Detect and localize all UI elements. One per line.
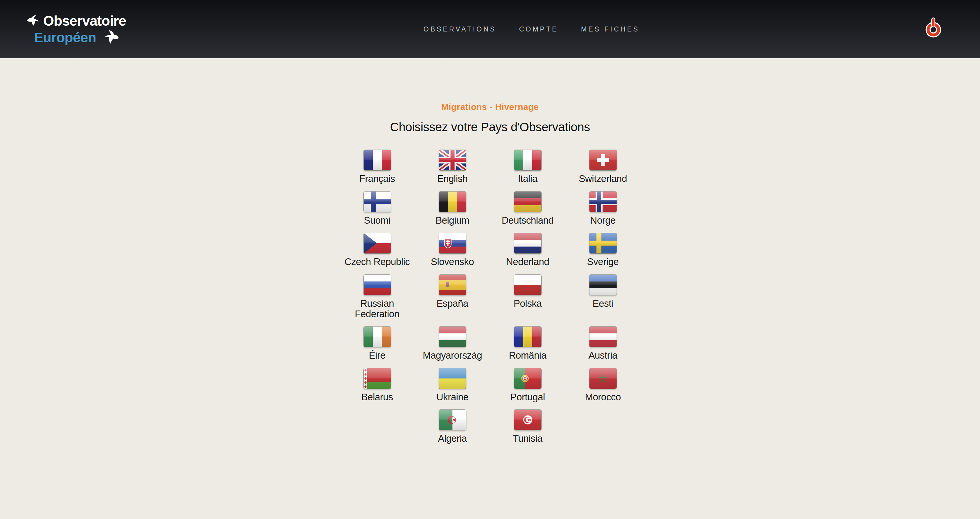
empty-cell: [339, 409, 415, 444]
flag-ma-icon: [589, 368, 617, 389]
country-label: Russian Federation: [340, 298, 414, 319]
country-item-gb[interactable]: English: [415, 150, 490, 184]
country-item-dz[interactable]: Algeria: [415, 409, 490, 444]
page-subtitle: Choisissez votre Pays d'Observations: [0, 120, 980, 134]
country-label: Magyarország: [423, 350, 482, 361]
header: Observatoire Européen OBSERVATIONS COMPT…: [0, 0, 980, 58]
country-item-ua[interactable]: Ukraine: [415, 368, 490, 402]
country-label: Deutschland: [502, 215, 554, 226]
flag-pt-icon: [514, 368, 541, 389]
country-label: Français: [360, 173, 395, 184]
country-label: España: [437, 298, 468, 309]
logo-text-line1: Observatoire: [43, 13, 126, 29]
country-item-pt[interactable]: Portugal: [490, 368, 565, 402]
main-nav: OBSERVATIONS COMPTE MES FICHES: [423, 0, 640, 58]
country-label: România: [509, 350, 547, 361]
country-item-pl[interactable]: Polska: [490, 275, 565, 319]
country-label: Slovensko: [431, 257, 474, 267]
country-label: Nederland: [506, 257, 549, 267]
country-item-de[interactable]: Deutschland: [490, 192, 565, 226]
flag-no-icon: [589, 192, 617, 212]
country-label: Austria: [588, 350, 617, 361]
country-label: Czech Republic: [344, 257, 410, 267]
country-label: Morocco: [585, 392, 620, 402]
nav-compte[interactable]: COMPTE: [519, 25, 558, 33]
country-item-cz[interactable]: Czech Republic: [339, 233, 415, 267]
country-item-hu[interactable]: Magyarország: [415, 327, 490, 361]
country-item-ch[interactable]: Switzerland: [565, 150, 641, 184]
flag-fr-icon: [364, 150, 391, 170]
country-item-be[interactable]: Belgium: [415, 192, 490, 226]
flag-nl-icon: [514, 233, 541, 253]
page-title: Migrations - Hivernage: [0, 102, 980, 112]
country-item-ee[interactable]: Eesti: [565, 275, 641, 319]
country-label: Algeria: [438, 433, 467, 444]
country-label: Belgium: [436, 215, 469, 226]
country-item-sk[interactable]: Slovensko: [415, 233, 490, 267]
flag-ee-icon: [589, 275, 617, 295]
flag-sk-icon: [439, 233, 466, 253]
flag-cz-icon: [364, 233, 391, 253]
bird-icon: [26, 15, 40, 27]
flag-by-icon: [364, 368, 391, 389]
country-label: Portugal: [511, 392, 545, 402]
country-item-es[interactable]: España: [415, 275, 490, 319]
flag-it-icon: [514, 150, 541, 170]
country-label: Tunisia: [513, 433, 542, 444]
country-label: Eesti: [593, 298, 613, 309]
site-logo[interactable]: Observatoire Européen: [26, 13, 126, 46]
logout-power-button[interactable]: [924, 17, 943, 38]
logo-text-line2: Européen: [34, 29, 96, 46]
flag-dz-icon: [439, 409, 466, 430]
country-item-fr[interactable]: Français: [339, 150, 415, 184]
country-item-nl[interactable]: Nederland: [490, 233, 565, 267]
country-label: Suomi: [364, 215, 390, 226]
flag-fi-icon: [364, 192, 391, 212]
flag-de-icon: [514, 192, 541, 212]
flag-se-icon: [589, 233, 617, 253]
flag-ro-icon: [514, 327, 541, 347]
main-content: Migrations - Hivernage Choisissez votre …: [0, 58, 980, 444]
flag-hu-icon: [439, 327, 466, 347]
flag-be-icon: [439, 192, 466, 212]
bird-icon: [103, 31, 119, 44]
country-label: Éire: [369, 350, 386, 361]
country-label: Switzerland: [579, 173, 627, 184]
country-item-ie[interactable]: Éire: [339, 327, 415, 361]
country-grid: FrançaisEnglishItaliaSwitzerlandSuomiBel…: [339, 150, 641, 444]
country-item-ru[interactable]: Russian Federation: [339, 275, 415, 319]
country-label: Polska: [514, 298, 542, 309]
country-label: Sverige: [587, 257, 619, 267]
flag-ie-icon: [364, 327, 391, 347]
country-item-ro[interactable]: România: [490, 327, 565, 361]
country-label: Italia: [518, 173, 538, 184]
flag-ch-icon: [589, 150, 617, 170]
flag-ru-icon: [364, 275, 391, 295]
country-item-at[interactable]: Austria: [565, 327, 641, 361]
country-label: Ukraine: [436, 392, 468, 402]
country-item-it[interactable]: Italia: [490, 150, 565, 184]
nav-observations[interactable]: OBSERVATIONS: [423, 25, 496, 33]
empty-cell: [565, 409, 641, 444]
country-label: English: [437, 173, 468, 184]
country-item-no[interactable]: Norge: [565, 192, 641, 226]
country-item-by[interactable]: Belarus: [339, 368, 415, 402]
flag-at-icon: [589, 327, 617, 347]
flag-tn-icon: [514, 409, 541, 430]
flag-es-icon: [439, 275, 466, 295]
flag-gb-icon: [439, 150, 466, 170]
country-item-fi[interactable]: Suomi: [339, 192, 415, 226]
nav-mes-fiches[interactable]: MES FICHES: [581, 25, 640, 33]
country-label: Norge: [590, 215, 616, 226]
country-label: Belarus: [361, 392, 393, 402]
country-item-se[interactable]: Sverige: [565, 233, 641, 267]
country-item-tn[interactable]: Tunisia: [490, 409, 565, 444]
country-item-ma[interactable]: Morocco: [565, 368, 641, 402]
power-icon: [928, 17, 939, 35]
flag-ua-icon: [439, 368, 466, 389]
flag-pl-icon: [514, 275, 541, 295]
